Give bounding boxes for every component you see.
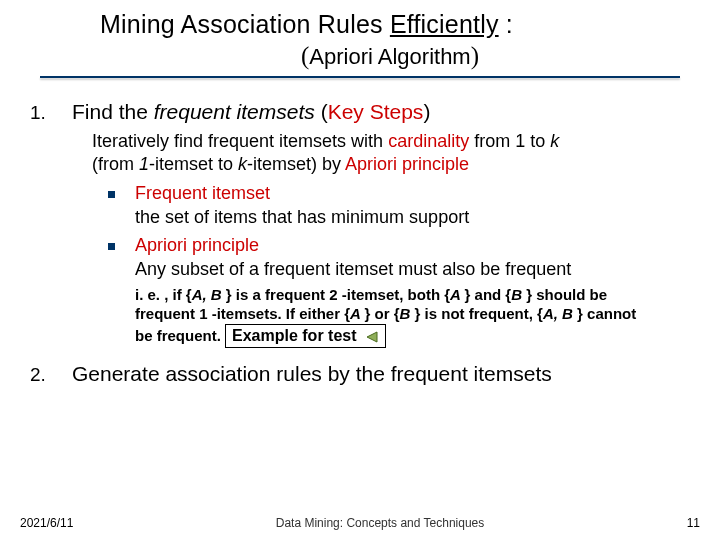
step-1-head-italic: frequent itemsets	[154, 100, 315, 123]
bullet-2-body: Any subset of a frequent itemset must al…	[135, 258, 690, 281]
ie-a: A	[450, 286, 464, 303]
step-1-description: Iteratively find frequent itemsets with …	[92, 130, 690, 175]
para-mid1: from 1 to	[474, 131, 550, 151]
step-1-number: 1.	[30, 102, 72, 124]
slide-footer: 2021/6/11 Data Mining: Concepts and Tech…	[0, 516, 720, 530]
close-paren: )	[471, 42, 479, 69]
step-1-head-paren: (	[315, 100, 328, 123]
bullet-2-heading: Apriori principle	[135, 235, 259, 256]
para-k: k	[550, 131, 559, 151]
step-2-text: Generate association rules by the freque…	[72, 362, 552, 386]
step-1-head-pre: Find the	[72, 100, 154, 123]
ie-explanation: i. e. , if {A, B } is a frequent 2 -item…	[135, 286, 650, 348]
play-left-icon	[365, 326, 379, 346]
step-2: 2. Generate association rules by the fre…	[30, 362, 690, 386]
step-1-head-close: )	[423, 100, 430, 123]
ie-b: B	[511, 286, 526, 303]
ie-ab: A, B	[192, 286, 226, 303]
para2-mid1: -itemset to	[149, 154, 238, 174]
bullet-1-body: the set of items that has minimum suppor…	[135, 206, 690, 229]
ie-mid2: } and {	[465, 286, 512, 303]
step-2-number: 2.	[30, 364, 72, 386]
para-red1: cardinality	[388, 131, 474, 151]
slide-body: 1. Find the frequent itemsets (Key Steps…	[0, 78, 720, 386]
footer-center: Data Mining: Concepts and Techniques	[276, 516, 485, 530]
title-line-1: Mining Association Rules Efficiently :	[100, 10, 680, 39]
square-bullet-icon	[108, 191, 115, 198]
ie-mid4: } or {	[365, 305, 400, 322]
para2-red: Apriori principle	[345, 154, 469, 174]
slide-title: Mining Association Rules Efficiently : (…	[0, 0, 720, 70]
ie-ab2: A, B	[543, 305, 577, 322]
para2-mid2: -itemset) by	[247, 154, 345, 174]
ie-a2: A	[350, 305, 364, 322]
ie-mid5: } is not frequent, {	[415, 305, 543, 322]
example-for-test-button[interactable]: Example for test	[225, 324, 386, 348]
title-post: :	[499, 10, 513, 38]
para2-ital2: k	[238, 154, 247, 174]
title-underlined-word: Efficiently	[390, 10, 499, 38]
page-number: 11	[687, 516, 700, 530]
step-1: 1. Find the frequent itemsets (Key Steps…	[30, 100, 690, 124]
bullet-frequent-itemset: Frequent itemset	[108, 183, 690, 204]
ie-mid1: } is a frequent 2 -itemset, both {	[226, 286, 450, 303]
ie-b2: B	[400, 305, 415, 322]
para-pre: Iteratively find frequent itemsets with	[92, 131, 388, 151]
title-pre: Mining Association Rules	[100, 10, 390, 38]
square-bullet-icon	[108, 243, 115, 250]
para2-pre: (from	[92, 154, 139, 174]
svg-marker-0	[367, 332, 377, 342]
bullet-apriori-principle: Apriori principle	[108, 235, 690, 256]
step-1-heading: Find the frequent itemsets (Key Steps)	[72, 100, 430, 124]
footer-date: 2021/6/11	[20, 516, 73, 530]
bullet-1-heading: Frequent itemset	[135, 183, 270, 204]
ie-pre: i. e. , if {	[135, 286, 192, 303]
step-1-head-red: Key Steps	[328, 100, 424, 123]
example-label: Example for test	[232, 327, 356, 344]
title-subtitle: Apriori Algorithm	[309, 44, 470, 69]
title-line-2: (Apriori Algorithm)	[100, 41, 680, 70]
para2-ital1: 1	[139, 154, 149, 174]
